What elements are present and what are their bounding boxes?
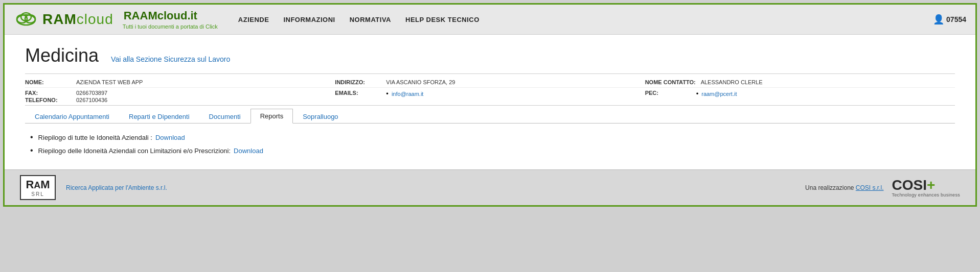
footer-company-name[interactable]: Ricerca Applicata per l'Ambiente s.r.l. — [66, 184, 167, 191]
page-title: Medicina — [25, 45, 99, 66]
nav-informazioni[interactable]: INFORMAZIONI — [283, 16, 335, 23]
report-item-2-text: Riepilogo delle Idoneità Aziendali con L… — [38, 147, 231, 155]
user-id: 07554 — [946, 15, 966, 23]
info-pec: PEC: • raam@pcert.it — [645, 90, 955, 103]
footer-logo-box: RAM SRL — [20, 175, 56, 200]
cosi-logo: COSI+ — [892, 178, 936, 192]
footer-right: Una realizzazione COSI s.r.l. COSI+ Tech… — [805, 178, 960, 197]
tab-documenti[interactable]: Documenti — [199, 109, 250, 123]
tabs-row: Calendario Appuntamenti Reparti e Dipend… — [25, 109, 955, 123]
footer-logo-srl: SRL — [25, 191, 51, 197]
reports-content: Riepilogo di tutte le Idoneità Aziendali… — [25, 131, 955, 164]
footer-cosi-text: Una realizzazione COSI s.r.l. — [805, 184, 883, 191]
download-link-2[interactable]: Download — [234, 147, 263, 155]
company-info: NOME: AZIENDA TEST WEB APP INDIRIZZO: VI… — [25, 73, 955, 109]
logo-text: RAMcloud — [42, 12, 113, 27]
section-link[interactable]: Vai alla Sezione Sicurezza sul Lavoro — [111, 55, 230, 63]
info-indirizzo: INDIRIZZO: VIA ASCANIO SFORZA, 29 — [335, 79, 645, 85]
pec-link[interactable]: raam@pcert.it — [701, 91, 737, 97]
nav-helpdesk[interactable]: HELP DESK TECNICO — [405, 16, 480, 23]
user-area[interactable]: 👤 07554 — [933, 14, 966, 25]
footer-logo-ram: RAM — [25, 178, 51, 191]
footer-cosi-link[interactable]: COSI s.r.l. — [856, 184, 884, 191]
nav-normativa[interactable]: NORMATIVA — [350, 16, 391, 23]
main-nav: AZIENDE INFORMAZIONI NORMATIVA HELP DESK… — [238, 16, 925, 23]
info-nome-contatto: NOME CONTATTO: ALESSANDRO CLERLE — [645, 79, 955, 85]
tab-sopralluogo[interactable]: Sopralluogo — [293, 109, 348, 123]
report-item-1-text: Riepilogo di tutte le Idoneità Aziendali… — [38, 134, 152, 141]
tab-reparti[interactable]: Reparti e Dipendenti — [119, 109, 199, 123]
logo-area: RAMcloud — [14, 9, 113, 30]
cosi-brand: COSI+ Technology enhances business — [892, 178, 961, 197]
cosi-tagline: Technology enhances business — [892, 192, 961, 197]
logo-ram: RAMcloud — [42, 12, 113, 27]
email-link[interactable]: info@raam.it — [392, 91, 424, 97]
tab-reports[interactable]: Reports — [250, 109, 293, 123]
info-nome: NOME: AZIENDA TEST WEB APP — [25, 79, 335, 85]
tab-calendario[interactable]: Calendario Appuntamenti — [25, 109, 119, 123]
site-title: RAAMcloud.it — [124, 9, 208, 22]
site-tagline: Tutti i tuoi documenti a portata di Clic… — [123, 23, 218, 30]
download-link-1[interactable]: Download — [155, 134, 185, 141]
cloud-icon — [14, 9, 38, 30]
info-fax-tel: FAX: 0266703897 TELEFONO: 0267100436 — [25, 90, 335, 103]
nav-aziende[interactable]: AZIENDE — [238, 16, 269, 23]
report-item-2: Riepilogo delle Idoneità Aziendali con L… — [30, 146, 955, 155]
report-item-1: Riepilogo di tutte le Idoneità Aziendali… — [30, 133, 955, 142]
footer: RAM SRL Ricerca Applicata per l'Ambiente… — [5, 169, 975, 205]
info-emails: EMAILS: • info@raam.it — [335, 90, 645, 103]
user-icon: 👤 — [933, 14, 944, 25]
